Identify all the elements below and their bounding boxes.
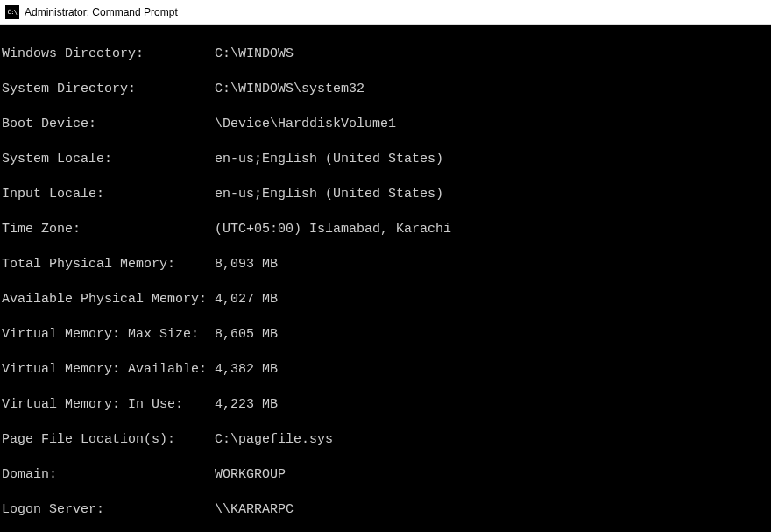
label: Time Zone: — [2, 222, 81, 237]
pad — [96, 117, 215, 131]
row-system-locale: System Locale: en-us;English (United Sta… — [2, 151, 769, 168]
pad — [57, 467, 215, 482]
value: \Device\HarddiskVolume1 — [215, 117, 396, 131]
label: Total Physical Memory: — [2, 257, 175, 272]
label: Virtual Memory: Available: — [2, 362, 207, 377]
row-virtual-memory-available: Virtual Memory: Available: 4,382 MB — [2, 361, 769, 379]
row-available-physical-memory: Available Physical Memory: 4,027 MB — [2, 291, 769, 309]
window-title: Administrator: Command Prompt — [25, 6, 178, 18]
value: 4,382 MB — [215, 362, 278, 377]
pad — [199, 327, 215, 342]
label: Windows Directory: — [2, 46, 144, 61]
row-domain: Domain: WORKGROUP — [2, 466, 769, 484]
label: Virtual Memory: In Use: — [2, 397, 183, 412]
cmd-icon: C:\ — [5, 5, 19, 19]
value: 4,027 MB — [215, 292, 278, 307]
value: 4,223 MB — [215, 397, 278, 412]
row-windows-directory: Windows Directory: C:\WINDOWS — [2, 46, 769, 63]
pad — [144, 46, 215, 61]
row-input-locale: Input Locale: en-us;English (United Stat… — [2, 186, 769, 203]
label: System Locale: — [2, 152, 112, 167]
value: 8,605 MB — [215, 327, 278, 342]
row-logon-server: Logon Server: \\KARRARPC — [2, 501, 769, 519]
value: WORKGROUP — [215, 467, 286, 482]
label: System Directory: — [2, 82, 136, 96]
label: Domain: — [2, 467, 57, 482]
value: C:\WINDOWS — [215, 46, 294, 61]
row-virtual-memory-max: Virtual Memory: Max Size: 8,605 MB — [2, 326, 769, 344]
pad — [104, 187, 215, 202]
row-virtual-memory-in-use: Virtual Memory: In Use: 4,223 MB — [2, 396, 769, 414]
value: C:\WINDOWS\system32 — [215, 82, 364, 96]
pad — [81, 222, 215, 237]
label: Page File Location(s): — [2, 432, 175, 447]
label: Input Locale: — [2, 187, 104, 202]
pad — [136, 82, 215, 96]
value: en-us;English (United States) — [215, 152, 443, 167]
label: Boot Device: — [2, 117, 96, 131]
pad — [207, 362, 215, 377]
pad — [183, 397, 215, 412]
pad — [175, 257, 215, 272]
row-system-directory: System Directory: C:\WINDOWS\system32 — [2, 81, 769, 98]
value: C:\pagefile.sys — [215, 432, 333, 447]
terminal-output[interactable]: Windows Directory: C:\WINDOWS System Dir… — [0, 25, 771, 532]
value: 8,093 MB — [215, 257, 278, 272]
pad — [104, 502, 215, 517]
row-time-zone: Time Zone: (UTC+05:00) Islamabad, Karach… — [2, 221, 769, 238]
pad — [112, 152, 215, 167]
pad — [207, 292, 215, 307]
value: \\KARRARPC — [215, 502, 294, 517]
row-page-file-locations: Page File Location(s): C:\pagefile.sys — [2, 431, 769, 449]
value: en-us;English (United States) — [215, 187, 443, 202]
value: (UTC+05:00) Islamabad, Karachi — [215, 222, 451, 237]
label: Available Physical Memory: — [2, 292, 207, 307]
label: Logon Server: — [2, 502, 104, 517]
row-total-physical-memory: Total Physical Memory: 8,093 MB — [2, 256, 769, 273]
row-boot-device: Boot Device: \Device\HarddiskVolume1 — [2, 116, 769, 133]
label: Virtual Memory: Max Size: — [2, 327, 199, 342]
window-titlebar[interactable]: C:\ Administrator: Command Prompt — [0, 0, 771, 25]
pad — [175, 432, 215, 447]
